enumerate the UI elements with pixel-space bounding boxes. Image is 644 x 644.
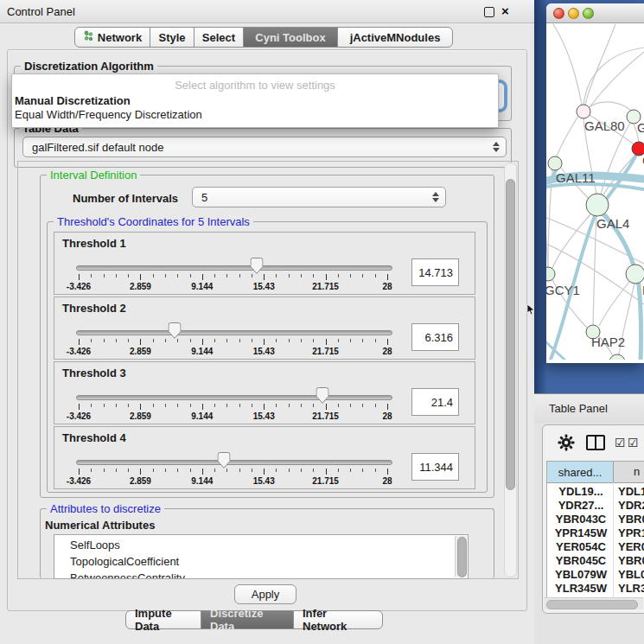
cell[interactable]: YDL1 [618, 485, 644, 498]
table-row[interactable]: YDL19...YDL1 [547, 484, 644, 498]
tab-style[interactable]: Style [150, 27, 194, 48]
cell[interactable]: YLR3 [618, 582, 644, 595]
node-gal11[interactable] [548, 156, 562, 170]
slider-tick [326, 404, 327, 410]
table-row[interactable]: YBR043CYBR0 [547, 512, 644, 526]
list-item-topologicalcoefficient[interactable]: TopologicalCoefficient [70, 553, 179, 570]
tab-jactivemnodules[interactable]: jActiveMNodules [337, 27, 453, 48]
tab-infer-network[interactable]: Infer Network [293, 610, 383, 629]
table-row[interactable]: YER054CYER0 [547, 539, 644, 553]
node-attribute-table[interactable]: shared... n YDL19...YDL1 YDR27...YDR2 YB… [546, 461, 644, 597]
column-header-shared-name[interactable]: shared... [547, 462, 614, 482]
table-row[interactable]: YBL079WYBL0 [547, 567, 644, 581]
slider-track[interactable] [76, 460, 392, 465]
float-window-icon[interactable] [484, 7, 494, 17]
checkbox-checked-icon[interactable]: ☑ [628, 436, 639, 450]
list-item-selfloops[interactable]: SelfLoops [70, 537, 120, 553]
tab-cyni-toolbox[interactable]: Cyni Toolbox [243, 27, 338, 48]
cell[interactable]: YLR345W [551, 582, 611, 595]
node-h[interactable] [626, 265, 644, 284]
slider-tick [301, 404, 302, 407]
slider-tick [79, 469, 80, 475]
close-icon[interactable]: × [501, 3, 509, 18]
network-window-titlebar[interactable] [546, 3, 644, 23]
gear-icon[interactable] [558, 434, 575, 451]
split-table-icon[interactable] [586, 435, 605, 450]
cell[interactable]: YBL0 [618, 568, 644, 581]
list-item-betweennesscentrality[interactable]: BetweennessCentrality [70, 570, 185, 579]
cell[interactable]: YDL19... [551, 485, 611, 498]
slider-track[interactable] [76, 265, 392, 271]
table-row[interactable]: YPR145WYPR1 [547, 526, 644, 539]
slider-tick [214, 404, 215, 407]
cell[interactable]: YBR043C [551, 513, 611, 526]
threshold-2-value[interactable]: 6.316 [411, 323, 459, 351]
horizontal-scrollbar[interactable] [544, 597, 643, 609]
threshold-3-slider[interactable]: -3.4262.8599.14415.4321.71528 [79, 393, 387, 423]
apply-button[interactable]: Apply [234, 584, 296, 604]
table-row[interactable]: YBR045CYBR0 [547, 553, 644, 567]
vertical-scrollbar[interactable] [504, 163, 517, 577]
table-panel-header: Table Panel [534, 393, 644, 424]
slider-track[interactable] [76, 395, 392, 400]
zoom-traffic-light-icon[interactable] [583, 8, 594, 19]
cell[interactable]: YER054C [551, 540, 611, 553]
cell[interactable]: YBR0 [618, 513, 644, 526]
slider-tick [165, 274, 166, 277]
close-traffic-light-icon[interactable] [553, 8, 564, 19]
checkbox-checked-icon[interactable]: ☑ [615, 436, 626, 450]
column-header-name[interactable]: n [634, 465, 640, 478]
threshold-2-slider[interactable]: -3.4262.8599.14415.4321.71528 [79, 328, 387, 358]
horizontal-scrollbar-thumb[interactable] [546, 600, 638, 609]
popup-option-equal-width[interactable]: Equal Width/Frequency Discretization [15, 108, 202, 121]
tab-network[interactable]: Network [74, 27, 150, 48]
slider-track[interactable] [76, 330, 392, 335]
slider-tick [214, 339, 215, 342]
node-partial[interactable] [609, 354, 625, 360]
cell[interactable]: YDR27... [551, 499, 611, 512]
threshold-1-value[interactable]: 14.713 [411, 258, 459, 286]
slider-tick [153, 339, 154, 342]
slider-tick-label: 28 [382, 476, 392, 486]
threshold-4-slider[interactable]: -3.4262.8599.14415.4321.71528 [79, 458, 387, 488]
threshold-row-3: Threshold 3 -3.4262.8599.14415.4321.7152… [54, 361, 475, 424]
tab-discretize-data[interactable]: Discretize Data [201, 610, 294, 629]
cell[interactable]: YPR145W [551, 526, 611, 539]
slider-tick [153, 404, 154, 407]
slider-tick [202, 274, 203, 280]
slider-tick-label: 9.144 [191, 282, 213, 291]
network-nodes[interactable] [546, 105, 644, 360]
slider-thumb[interactable] [251, 258, 264, 274]
numerical-attributes-list[interactable]: SelfLoops TopologicalCoefficient Between… [54, 534, 469, 579]
cell[interactable]: YBR045C [551, 554, 611, 567]
threshold-4-value[interactable]: 11.344 [411, 453, 459, 481]
node-gcy1[interactable] [546, 267, 555, 281]
node-gal4[interactable] [586, 194, 609, 216]
list-scrollbar[interactable] [455, 536, 467, 577]
table-data-combobox[interactable]: galFiltered.sif default node [22, 137, 507, 157]
threshold-3-value[interactable]: 21.4 [411, 388, 459, 416]
slider-tick [226, 274, 227, 277]
cell[interactable]: YDR2 [618, 499, 644, 512]
slider-tick [153, 274, 154, 277]
tab-select[interactable]: Select [194, 27, 244, 48]
vertical-scrollbar-thumb[interactable] [506, 179, 515, 490]
slider-thumb[interactable] [168, 322, 181, 339]
minimize-traffic-light-icon[interactable] [568, 8, 579, 19]
slider-thumb[interactable] [316, 387, 329, 404]
cell[interactable]: YER0 [618, 540, 644, 553]
slider-tick [350, 274, 351, 277]
cell[interactable]: YBL079W [551, 568, 611, 581]
cell[interactable]: YPR1 [618, 526, 644, 539]
threshold-1-slider[interactable]: -3.4262.8599.14415.4321.71528 [79, 264, 387, 293]
network-graph[interactable]: GAL80 G C GAL11 GAL4 GCY1 H HAP2 [546, 23, 644, 360]
list-scrollbar-thumb[interactable] [457, 537, 467, 577]
tab-impute-data[interactable]: Impute Data [125, 610, 201, 629]
popup-option-manual[interactable]: Manual Discretization [15, 94, 131, 107]
table-row[interactable]: YLR345WYLR3 [547, 581, 644, 595]
cell[interactable]: YBR0 [618, 554, 644, 567]
number-of-intervals-combobox[interactable]: 5 [192, 187, 446, 207]
slider-thumb[interactable] [217, 452, 230, 469]
node-gal80[interactable] [577, 105, 590, 118]
table-row[interactable]: YDR27...YDR2 [547, 498, 644, 512]
